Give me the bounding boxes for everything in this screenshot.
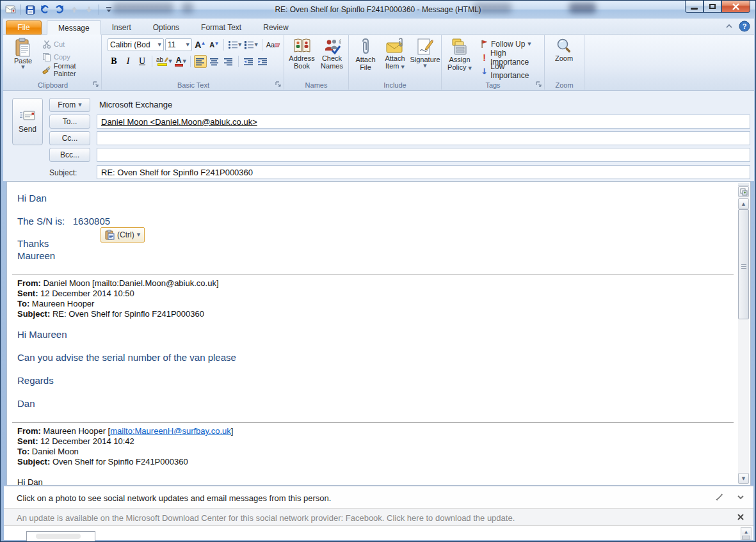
message-body[interactable]: Hi Dan The S/N is: 1630805 (Ctrl) ▼ Than…	[6, 181, 751, 486]
assign-policy-button[interactable]: Assign Policy ▼	[445, 37, 474, 81]
cc-button[interactable]: Cc...	[49, 131, 90, 145]
body-scrollbar[interactable]: ▲ ▼	[738, 183, 749, 484]
quote1-subject: Subject: RE: Oven Shelf for Spinflo F241…	[17, 309, 204, 319]
align-center-button[interactable]	[208, 55, 221, 68]
app-message-icon[interactable]	[5, 4, 17, 15]
attach-item-button[interactable]: Attach Item ▼	[381, 37, 409, 81]
body-serial-line: The S/N is: 1630805	[17, 216, 110, 227]
contact-photo-placeholder[interactable]	[26, 531, 95, 542]
ribbon-group-clipboard: Paste ▼ Cut Copy Format Painter Clipboar…	[4, 35, 102, 90]
italic-button[interactable]: I	[122, 55, 134, 68]
tab-message[interactable]: Message	[47, 20, 101, 35]
low-importance-button[interactable]: ↓ Low Importance	[479, 65, 544, 77]
bcc-button[interactable]: Bcc...	[49, 148, 90, 162]
bold-label: B	[111, 56, 117, 67]
quote2-sent: Sent: 12 December 2014 10:42	[17, 436, 134, 446]
numbering-button[interactable]: ▼	[243, 38, 258, 51]
signature-button[interactable]: Signature ▼	[410, 37, 440, 81]
text-highlight-button[interactable]: ab ▼	[156, 55, 173, 68]
paste-button[interactable]: Paste ▼	[10, 37, 36, 79]
message-header-form: Send From ▼ Microsoft Exchange To... Dan…	[3, 91, 754, 181]
zoom-group-label: Zoom	[545, 81, 584, 89]
minimize-button[interactable]	[685, 1, 704, 13]
to-recipient[interactable]: Daniel Moon <Daniel.Moon@abiuk.co.uk>	[101, 117, 257, 127]
copy-label: Copy	[54, 53, 70, 61]
previous-item-button[interactable]	[68, 3, 81, 16]
qat-customize-button[interactable]	[102, 3, 115, 16]
attach-file-button[interactable]: Attach File	[351, 37, 380, 81]
copy-button[interactable]: Copy	[40, 51, 101, 63]
send-button[interactable]: Send	[12, 98, 43, 145]
mailto-link[interactable]: mailto:MaureenH@surfbay.co.uk	[110, 426, 231, 436]
paste-options-button[interactable]: (Ctrl) ▼	[101, 227, 145, 243]
tab-insert[interactable]: Insert	[101, 20, 142, 35]
expand-pane-icon[interactable]	[715, 493, 724, 502]
tags-dialog-launcher-icon[interactable]	[535, 81, 542, 88]
zoom-button[interactable]: Zoom	[549, 37, 579, 81]
increase-indent-button[interactable]	[256, 55, 269, 68]
scroll-up-button[interactable]: ▲	[738, 198, 749, 209]
align-right-button[interactable]	[222, 55, 235, 68]
splitter-handle[interactable]	[738, 183, 749, 186]
update-message[interactable]: An update is available on the Microsoft …	[17, 513, 515, 523]
bold-button[interactable]: B	[108, 55, 120, 68]
bullets-button[interactable]: ▼	[227, 38, 242, 51]
font-name-select[interactable]: Calibri (Bod ▼	[108, 38, 164, 51]
help-icon[interactable]: ?	[739, 20, 750, 32]
font-color-label: A	[176, 57, 182, 64]
people-pane-toggle-button[interactable]	[738, 186, 749, 197]
check-names-label-1: Check	[322, 54, 342, 62]
tab-review[interactable]: Review	[252, 20, 299, 35]
shrink-font-button[interactable]: A▼	[207, 38, 220, 51]
basic-text-dialog-launcher-icon[interactable]	[275, 81, 282, 88]
separator	[152, 56, 152, 67]
grow-font-button[interactable]: A▲	[193, 38, 206, 51]
highlight-dropdown-icon: ▼	[168, 60, 172, 63]
check-names-button[interactable]: @ Check Names	[318, 37, 346, 81]
people-pane-scrollbar[interactable]: ▲	[741, 527, 752, 540]
clipboard-small-buttons: Cut Copy Format Painter	[40, 38, 101, 76]
clipboard-dialog-launcher-icon[interactable]	[92, 81, 99, 88]
glass-reflection	[182, 3, 193, 13]
attach-item-label-2: Item	[385, 62, 399, 70]
redo-button[interactable]	[53, 3, 66, 16]
to-button[interactable]: To...	[49, 115, 90, 129]
tab-file[interactable]: File	[6, 20, 42, 35]
cut-button[interactable]: Cut	[40, 38, 101, 51]
cc-field[interactable]	[97, 131, 750, 145]
align-left-icon	[195, 58, 205, 66]
close-update-icon[interactable]	[737, 513, 744, 521]
font-size-value: 11	[168, 40, 175, 49]
font-size-select[interactable]: 11 ▼	[165, 38, 192, 51]
format-painter-button[interactable]: Format Painter	[40, 63, 101, 76]
to-field[interactable]: Daniel Moon <Daniel.Moon@abiuk.co.uk>	[97, 115, 750, 129]
tab-format-text[interactable]: Format Text	[190, 20, 252, 35]
underline-button[interactable]: U	[136, 55, 149, 68]
people-pane-header[interactable]: Click on a photo to see social network u…	[4, 486, 753, 508]
collapse-ribbon-icon[interactable]	[725, 22, 734, 31]
scroll-thumb[interactable]	[738, 209, 749, 319]
tab-options[interactable]: Options	[142, 20, 190, 35]
bcc-field[interactable]	[97, 148, 750, 162]
close-button[interactable]	[721, 1, 750, 13]
zoom-label: Zoom	[555, 54, 573, 62]
assign-policy-dropdown-icon: ▼	[469, 66, 472, 71]
scroll-down-button[interactable]: ▼	[738, 473, 749, 484]
next-item-button[interactable]	[83, 3, 95, 16]
from-button[interactable]: From ▼	[49, 98, 90, 112]
address-book-button[interactable]: Address Book	[287, 37, 316, 81]
chevron-down-icon[interactable]	[737, 495, 744, 500]
align-left-button[interactable]	[194, 55, 207, 68]
people-scroll-up-button[interactable]: ▲	[742, 529, 750, 534]
clear-formatting-button[interactable]: Aa	[266, 38, 282, 51]
subject-field[interactable]: RE: Oven Shelf for Spinflo F241P000360	[97, 165, 750, 179]
people-scroll-thumb[interactable]	[742, 536, 750, 539]
font-color-button[interactable]: A ▼	[174, 55, 187, 68]
restore-button[interactable]	[704, 1, 721, 13]
font-name-value: Calibri (Bod	[110, 40, 150, 49]
decrease-indent-button[interactable]	[242, 55, 255, 68]
font-color-bar	[175, 64, 183, 67]
font-name-dropdown-icon: ▼	[156, 43, 161, 47]
undo-button[interactable]	[38, 3, 51, 16]
save-button[interactable]	[24, 3, 36, 16]
